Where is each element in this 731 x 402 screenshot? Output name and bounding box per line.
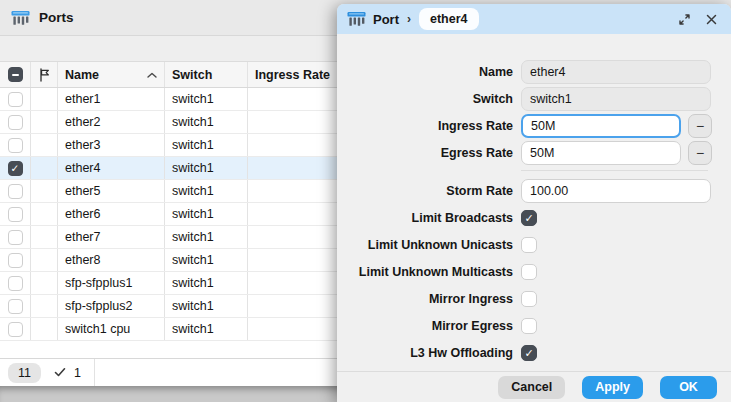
port-dialog: Port › ether4 NameSwitchIngress Rate−Egr… xyxy=(337,4,731,402)
row-name: ether6 xyxy=(58,203,165,225)
field-control xyxy=(521,318,537,334)
switch-input[interactable] xyxy=(521,87,711,111)
form-row-l3-hw-offloading: L3 Hw Offloading xyxy=(337,341,731,365)
breadcrumb-current-badge: ether4 xyxy=(419,8,479,30)
row-flag-cell xyxy=(31,318,58,340)
row-select-cell xyxy=(0,318,31,340)
form-section-divider xyxy=(521,170,708,171)
row-flag-cell xyxy=(31,249,58,271)
field-control xyxy=(521,291,537,307)
cancel-button[interactable]: Cancel xyxy=(498,376,565,399)
row-select-cell xyxy=(0,134,31,156)
form-row-limit-unknown-multicasts: Limit Unknown Multicasts xyxy=(337,260,731,284)
breadcrumb-parent: Port xyxy=(373,12,399,27)
field-control xyxy=(521,237,537,253)
field-label: Mirror Egress xyxy=(345,319,513,333)
row-name: ether1 xyxy=(58,88,165,110)
row-checkbox[interactable] xyxy=(8,92,23,107)
row-select-cell xyxy=(0,157,31,179)
row-checkbox[interactable] xyxy=(8,138,23,153)
egress-rate-remove-button[interactable]: − xyxy=(688,141,712,165)
name-column-header[interactable]: Name xyxy=(58,62,165,87)
field-control xyxy=(521,60,711,84)
form-row-mirror-egress: Mirror Egress xyxy=(337,314,731,338)
ingress-rate-remove-button[interactable]: − xyxy=(688,114,712,138)
limit-unknown-multicasts-checkbox[interactable] xyxy=(521,264,537,280)
flag-icon xyxy=(39,68,50,82)
row-flag-cell xyxy=(31,88,58,110)
row-select-cell xyxy=(0,180,31,202)
apply-button[interactable]: Apply xyxy=(582,376,643,399)
field-label: Storm Rate xyxy=(345,184,513,198)
row-switch: switch1 xyxy=(165,203,248,225)
row-switch: switch1 xyxy=(165,226,248,248)
select-all-checkbox[interactable] xyxy=(8,67,23,82)
row-checkbox[interactable] xyxy=(8,207,23,222)
form-row-ingress-rate: Ingress Rate− xyxy=(337,114,731,138)
row-name: sfp-sfpplus2 xyxy=(58,295,165,317)
field-control xyxy=(521,179,711,203)
row-checkbox[interactable] xyxy=(8,184,23,199)
ingress-rate-input[interactable] xyxy=(521,114,681,138)
port-dialog-header: Port › ether4 xyxy=(337,4,731,34)
port-dialog-form: NameSwitchIngress Rate−Egress Rate−Storm… xyxy=(337,34,731,371)
pier-icon xyxy=(11,9,30,27)
field-label: Egress Rate xyxy=(345,146,513,160)
total-count-badge: 11 xyxy=(8,363,41,383)
ok-button[interactable]: OK xyxy=(660,376,717,399)
field-control xyxy=(521,264,537,280)
field-label: L3 Hw Offloading xyxy=(345,346,513,360)
field-label: Limit Unknown Unicasts xyxy=(345,238,513,252)
check-icon xyxy=(54,367,66,378)
storm-rate-input[interactable] xyxy=(521,179,711,203)
field-label: Switch xyxy=(345,92,513,106)
row-select-cell xyxy=(0,203,31,225)
screen: Ports Name xyxy=(0,0,731,402)
row-switch: switch1 xyxy=(165,180,248,202)
row-flag-cell xyxy=(31,157,58,179)
row-checkbox[interactable] xyxy=(8,299,23,314)
field-control xyxy=(521,87,711,111)
row-checkbox[interactable] xyxy=(8,253,23,268)
row-flag-cell xyxy=(31,180,58,202)
row-name: ether5 xyxy=(58,180,165,202)
row-switch: switch1 xyxy=(165,111,248,133)
name-input[interactable] xyxy=(521,60,711,84)
row-checkbox[interactable] xyxy=(8,161,23,176)
close-icon xyxy=(706,14,717,25)
row-select-cell xyxy=(0,295,31,317)
limit-unknown-unicasts-checkbox[interactable] xyxy=(521,237,537,253)
row-checkbox[interactable] xyxy=(8,115,23,130)
row-switch: switch1 xyxy=(165,249,248,271)
row-flag-cell xyxy=(31,111,58,133)
limit-broadcasts-checkbox[interactable] xyxy=(521,210,537,226)
egress-rate-input[interactable] xyxy=(521,141,681,165)
form-row-switch: Switch xyxy=(337,87,731,111)
close-button[interactable] xyxy=(701,9,721,29)
flag-column-header[interactable] xyxy=(31,62,58,87)
field-control xyxy=(521,345,537,361)
row-switch: switch1 xyxy=(165,134,248,156)
expand-button[interactable] xyxy=(674,9,694,29)
row-checkbox[interactable] xyxy=(8,276,23,291)
chevron-up-icon xyxy=(147,72,157,78)
expand-icon xyxy=(678,13,691,26)
row-switch: switch1 xyxy=(165,157,248,179)
row-flag-cell xyxy=(31,272,58,294)
row-switch: switch1 xyxy=(165,318,248,340)
row-switch: switch1 xyxy=(165,295,248,317)
row-name: ether2 xyxy=(58,111,165,133)
form-row-limit-broadcasts: Limit Broadcasts xyxy=(337,206,731,230)
breadcrumb-separator-icon: › xyxy=(407,12,411,26)
mirror-ingress-checkbox[interactable] xyxy=(521,291,537,307)
l3-hw-offloading-checkbox[interactable] xyxy=(521,345,537,361)
form-row-limit-unknown-unicasts: Limit Unknown Unicasts xyxy=(337,233,731,257)
footer-divider xyxy=(94,359,95,386)
row-flag-cell xyxy=(31,203,58,225)
mirror-egress-checkbox[interactable] xyxy=(521,318,537,334)
row-name: ether8 xyxy=(58,249,165,271)
row-checkbox[interactable] xyxy=(8,230,23,245)
row-checkbox[interactable] xyxy=(8,322,23,337)
switch-column-header[interactable]: Switch xyxy=(165,62,248,87)
row-select-cell xyxy=(0,272,31,294)
